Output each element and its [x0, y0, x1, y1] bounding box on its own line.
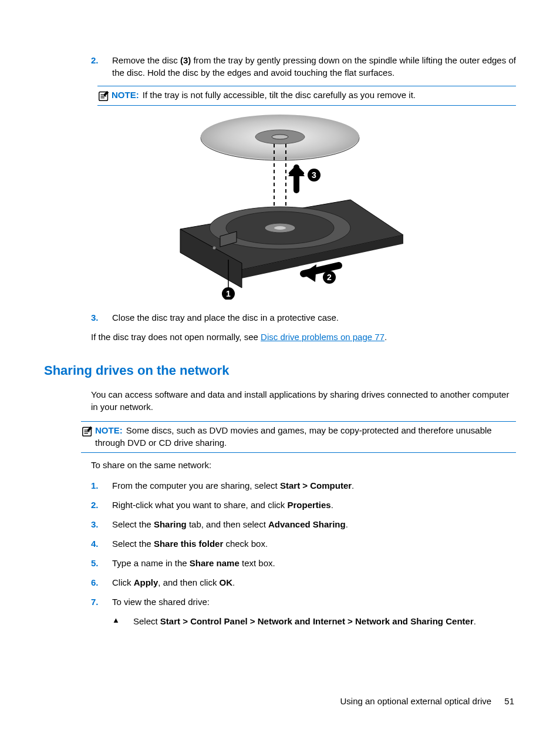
disc-drive-diagram: 3 1 2 — [151, 112, 409, 300]
svg-point-12 — [274, 226, 286, 230]
triangle-bullet-icon: ▲ — [112, 615, 133, 627]
note-2: NOTE: Some discs, such as DVD movies and… — [81, 421, 516, 453]
page-number: 51 — [504, 696, 514, 706]
sub-step: ▲ Select Start > Control Panel > Network… — [44, 615, 516, 627]
share-step-2: 2. Right-click what you want to share, a… — [44, 499, 516, 511]
note-body: If the tray is not fully accessible, til… — [143, 90, 416, 100]
note-content: NOTE: If the tray is not fully accessibl… — [112, 89, 516, 101]
note-body: Some discs, such as DVD movies and games… — [95, 425, 492, 448]
share-step-7: 7. To view the shared drive: — [44, 596, 516, 608]
note-icon — [81, 425, 94, 438]
step-2: 2. Remove the disc (3) from the tray by … — [44, 54, 516, 79]
note-label: NOTE: — [112, 90, 139, 100]
svg-text:1: 1 — [226, 289, 231, 298]
svg-text:2: 2 — [327, 273, 332, 282]
section-heading: Sharing drives on the network — [44, 362, 516, 380]
intro-paragraph: You can access software and data and ins… — [44, 388, 516, 413]
share-step-4: 4. Select the Share this folder check bo… — [44, 537, 516, 550]
share-step-6: 6. Click Apply, and then click OK. — [44, 576, 516, 589]
step-number: 2. — [91, 54, 112, 79]
lead-paragraph: To share on the same network: — [44, 459, 516, 471]
share-step-1: 1. From the computer you are sharing, se… — [44, 479, 516, 492]
note-label: NOTE: — [95, 425, 123, 435]
page-footer: Using an optional external optical drive… — [340, 695, 514, 707]
svg-point-14 — [213, 247, 216, 250]
note-1: NOTE: If the tray is not fully accessibl… — [97, 86, 516, 106]
document-page: 2. Remove the disc (3) from the tray by … — [0, 0, 560, 627]
step-text: Close the disc tray and place the disc i… — [112, 311, 516, 324]
step-text: Remove the disc (3) from the tray by gen… — [112, 54, 516, 79]
disc-drive-problems-link[interactable]: Disc drive problems on page 77 — [261, 332, 384, 342]
share-step-5: 5. Type a name in the Share name text bo… — [44, 557, 516, 569]
step-number: 3. — [91, 311, 112, 324]
link-paragraph: If the disc tray does not open normally,… — [44, 331, 516, 343]
svg-text:3: 3 — [312, 170, 316, 180]
svg-point-4 — [272, 135, 288, 139]
note-icon — [97, 89, 110, 102]
note-content: NOTE: Some discs, such as DVD movies and… — [95, 424, 516, 449]
share-step-3: 3. Select the Sharing tab, and then sele… — [44, 518, 516, 530]
footer-title: Using an optional external optical drive — [340, 696, 491, 706]
step-3: 3. Close the disc tray and place the dis… — [44, 311, 516, 324]
